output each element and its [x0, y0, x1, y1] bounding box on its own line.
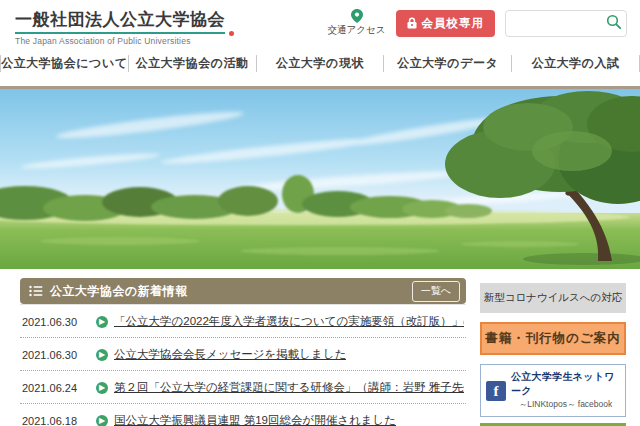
list-icon: [29, 285, 43, 297]
news-item: 2021.06.30 ▶ 公立大学協会会長メッセージを掲載しました: [20, 338, 466, 371]
hero-landscape-illustration: [0, 89, 640, 269]
books-banner[interactable]: 書籍・刊行物のご案内: [480, 322, 626, 355]
news-date: 2021.06.30: [22, 349, 96, 361]
facebook-text: 公立大学学生ネットワーク ～LINKtopos～ facebook: [511, 370, 620, 411]
search-icon: [606, 14, 622, 30]
facebook-subtitle: ～LINKtopos～ facebook: [519, 399, 613, 411]
nav-item-data[interactable]: 公立大学のデータ: [384, 55, 511, 72]
nav-item-about[interactable]: 公立大学協会について: [1, 55, 128, 72]
facebook-title: 公立大学学生ネットワーク: [511, 370, 620, 398]
logo[interactable]: 一般社団法人公立大学協会 The Japan Association of Pu…: [15, 8, 225, 46]
news-date: 2021.06.30: [22, 316, 96, 328]
logo-title: 一般社団法人公立大学協会: [15, 10, 225, 29]
view-all-button[interactable]: 一覧へ: [412, 281, 460, 302]
main-content: 公立大学協会の新着情報 一覧へ 2021.06.30 ▶ 「公立大学の2022年…: [0, 269, 640, 426]
hero-image: [0, 86, 640, 269]
logo-subtitle: The Japan Association of Public Universi…: [15, 36, 225, 46]
location-pin-icon: [351, 9, 363, 23]
nav-item-admissions[interactable]: 公立大学の入試: [512, 55, 639, 72]
nav-item-activities[interactable]: 公立大学協会の活動: [129, 55, 256, 72]
news-item: 2021.06.18 ▶ 国公立大学振興議員連盟 第19回総会が開催されました: [20, 404, 466, 426]
logo-red-dot-icon: [229, 31, 234, 36]
news-list: 2021.06.30 ▶ 「公立大学の2022年度入学者選抜についての実施要領（…: [20, 304, 466, 426]
member-button[interactable]: 会員校専用: [396, 10, 496, 37]
access-link[interactable]: 交通アクセス: [328, 9, 386, 37]
covid-banner[interactable]: 新型コロナウイルスへの対応: [480, 283, 626, 313]
nav-item-current-state[interactable]: 公立大学の現状: [257, 55, 384, 72]
news-link[interactable]: 第２回「公立大学の経営課題に関する研修会」（講師：岩野 雅子先生）を開催します: [114, 380, 464, 395]
news-link[interactable]: 国公立大学振興議員連盟 第19回総会が開催されました: [114, 413, 396, 426]
main-nav: 公立大学協会について 公立大学協会の活動 公立大学の現状 公立大学のデータ 公立…: [0, 48, 640, 78]
logo-title-wrap: 一般社団法人公立大学協会: [15, 8, 225, 34]
header: 一般社団法人公立大学協会 The Japan Association of Pu…: [0, 0, 640, 46]
search-button[interactable]: [605, 14, 623, 32]
news-header-bar: 公立大学協会の新着情報 一覧へ: [20, 278, 466, 304]
arrow-circle-icon: ▶: [96, 316, 108, 328]
facebook-icon: f: [486, 381, 506, 401]
news-section: 公立大学協会の新着情報 一覧へ 2021.06.30 ▶ 「公立大学の2022年…: [20, 278, 466, 426]
news-title: 公立大学協会の新着情報: [50, 283, 188, 300]
arrow-circle-icon: ▶: [96, 415, 108, 426]
news-item: 2021.06.30 ▶ 「公立大学の2022年度入学者選抜についての実施要領（…: [20, 305, 466, 338]
lock-icon: [407, 17, 417, 29]
news-item: 2021.06.24 ▶ 第２回「公立大学の経営課題に関する研修会」（講師：岩野…: [20, 371, 466, 404]
news-date: 2021.06.24: [22, 382, 96, 394]
page: 一般社団法人公立大学協会 The Japan Association of Pu…: [0, 0, 640, 426]
search-box: [505, 10, 627, 37]
news-link[interactable]: 公立大学協会会長メッセージを掲載しました: [114, 347, 346, 362]
news-link[interactable]: 「公立大学の2022年度入学者選抜についての実施要領（改訂版）」の掲載について: [114, 314, 464, 329]
sidebar: 新型コロナウイルスへの対応 書籍・刊行物のご案内 f 公立大学学生ネットワーク …: [480, 278, 626, 426]
header-utilities: 交通アクセス 会員校専用: [328, 9, 627, 37]
arrow-circle-icon: ▶: [96, 382, 108, 394]
arrow-circle-icon: ▶: [96, 349, 108, 361]
news-date: 2021.06.18: [22, 415, 96, 426]
member-button-label: 会員校専用: [422, 16, 485, 31]
access-label: 交通アクセス: [328, 24, 386, 37]
facebook-banner[interactable]: f 公立大学学生ネットワーク ～LINKtopos～ facebook: [480, 364, 626, 417]
